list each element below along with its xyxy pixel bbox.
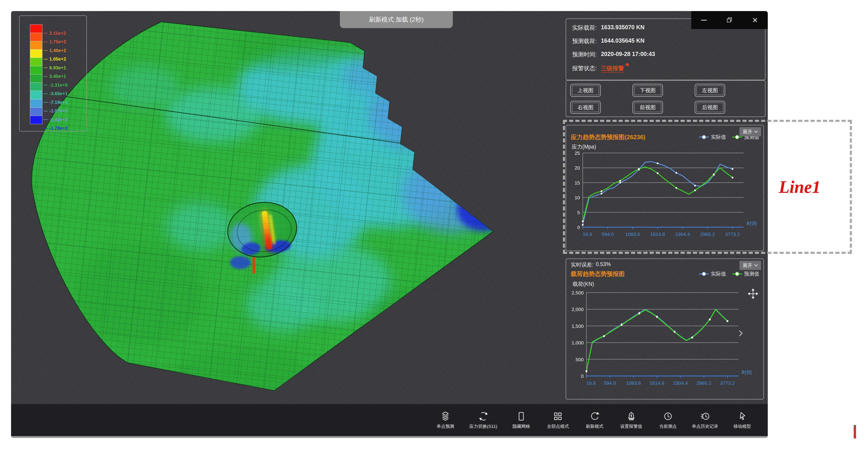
legend-item[interactable]: 预测值 [732,270,759,277]
svg-text:2,000: 2,000 [571,307,584,312]
svg-text:1614.8: 1614.8 [650,380,664,386]
window-titlebar: × [691,11,768,29]
toolbar-item-label: 设置报警值 [620,423,642,429]
colorbar-value-label: -3.66e+1 [43,91,68,96]
colorbar-swatches [30,25,42,124]
close-icon: × [752,15,757,25]
expand-button-load[interactable]: 展开 [739,261,761,270]
toolbar-item-label: 全部点模式 [547,423,569,429]
refresh-mode-icon [589,411,600,422]
toolbar-item-current-point[interactable]: 当前测点 [655,411,681,429]
colorbar-value-label: -1.78e+2 [43,126,68,131]
toolbar-item-label: 应力切换(S11) [469,423,497,429]
colorbar-swatch [30,83,42,91]
colorbar-value-label: -1.31e+0 [43,83,68,88]
realtime-error-label: 实时误差: [571,261,593,268]
colorbar-value-label: 1.05e+2 [43,57,66,62]
toolbar-item-stress-switch[interactable]: 应力切换(S11) [469,411,497,429]
colorbar-swatch [30,58,42,66]
line1-annotation-label: Line1 [779,177,821,197]
toolbar-item-hide-mesh[interactable]: 隐藏网格 [508,411,534,429]
window-bottom-border [11,436,768,438]
toolbar-item-history[interactable]: 单点历史记录 [692,411,718,429]
toolbar-item-move-model[interactable]: 移动模型 [730,411,755,429]
svg-text:16.6: 16.6 [586,380,596,386]
toolbar-item-layers[interactable]: 单点预测 [433,411,458,429]
view-button-1[interactable]: 上视图 [570,84,601,97]
toolbar-item-label: 单点历史记录 [692,423,718,429]
predicted-load-value: 1644.035645 KN [601,37,645,45]
history-icon [700,411,710,422]
stress-switch-icon [478,411,489,422]
colorbar-value-label: 1.75e+2 [43,39,66,44]
load-chart-ylabel: 载荷(KN) [572,281,594,288]
actual-load-label: 实际载荷: [572,24,597,32]
toolbar-item-all-points[interactable]: 全部点模式 [545,411,570,429]
bottom-toolbar: 单点预测应力切换(S11)隐藏网格全部点模式刷新模式设置报警值当前测点单点历史记… [11,404,768,436]
toolbar-item-label: 当前测点 [659,423,677,429]
colorbar-swatch [30,41,42,50]
maximize-button[interactable] [723,13,737,27]
view-button-5[interactable]: 前视图 [632,101,663,114]
hide-mesh-icon [516,411,527,422]
colorbar-value-label: -7.19e+1 [43,100,68,105]
load-chart-title: 载荷趋势态势预报图 [571,270,625,278]
toolbar-item-label: 移动模型 [734,423,751,429]
view-buttons-panel: 上视图下视图左视图右视图前视图后视图 [566,80,766,117]
view-button-3[interactable]: 左视图 [695,84,725,97]
colorbar-swatch [30,24,42,33]
colorbar-swatch [30,99,42,108]
minimize-icon [701,20,707,21]
alarm-dot-icon [626,63,629,66]
prediction-time-label: 预测时间: [572,51,597,58]
colorbar-swatch [30,107,42,116]
svg-text:3773.2: 3773.2 [720,380,735,386]
colorbar-swatch [30,49,42,58]
svg-text:1,500: 1,500 [571,323,584,329]
chevron-right-icon[interactable] [739,330,743,337]
legend-item[interactable]: 实际值 [699,270,726,277]
chart-legend: 实际值预测值 [699,270,759,277]
load-trend-panel: 展开 实时误差: 0.53% 载荷趋势态势预报图 实际值预测值 载荷(KN) 0… [566,258,764,399]
minimize-button[interactable] [697,13,711,27]
fea-model-3d[interactable] [25,18,520,410]
stress-colorbar-legend: 2.11e+21.75e+21.40e+21.05e+26.93e+13.40e… [19,15,87,132]
prediction-time-value: 2020-09-28 17:00:43 [601,51,655,58]
alarm-status-label: 报警状态: [572,65,597,72]
svg-text:2,500: 2,500 [571,290,584,295]
close-button[interactable]: × [748,13,762,27]
colorbar-value-label: 2.11e+2 [43,31,66,36]
restore-icon [726,17,733,23]
colorbar-value-label: 3.40e+1 [43,74,66,79]
set-alarm-icon [626,411,637,422]
predicted-load-label: 预测载荷: [572,37,597,45]
view-button-2[interactable]: 下视图 [632,84,663,97]
colorbar-swatch [30,91,42,99]
expand-label: 展开 [743,262,752,268]
colorbar-value-label: 6.93e+1 [43,65,66,70]
move-model-icon [737,411,747,422]
actual-load-value: 1633.935070 KN [601,24,645,32]
move-chart-icon[interactable] [748,288,758,299]
svg-text:0: 0 [581,374,584,379]
toolbar-item-label: 隐藏网格 [513,423,530,429]
chevron-down-icon [754,264,758,266]
colorbar-swatch [30,66,42,75]
load-trend-chart[interactable]: 05001,0001,5002,0002,50016.6594.01083.61… [566,259,764,399]
colorbar-value-label: -1.07e+2 [43,108,68,114]
svg-text:1,000: 1,000 [571,340,584,345]
view-button-6[interactable]: 后视图 [695,101,725,114]
current-point-icon [663,411,673,422]
svg-text:时间: 时间 [742,370,752,375]
all-points-icon [553,411,563,422]
view-button-4[interactable]: 右视图 [570,101,601,114]
colorbar-value-label: -1.43e+2 [43,117,68,122]
svg-text:2304.4: 2304.4 [673,380,688,386]
toolbar-item-refresh-mode[interactable]: 刷新模式 [582,411,608,429]
colorbar-value-label: 1.40e+2 [43,48,66,53]
toolbar-item-label: 刷新模式 [586,423,603,429]
svg-text:1083.6: 1083.6 [626,380,641,386]
layers-icon [440,411,451,422]
toolbar-item-label: 单点预测 [437,423,454,429]
toolbar-item-set-alarm[interactable]: 设置报警值 [619,411,644,429]
